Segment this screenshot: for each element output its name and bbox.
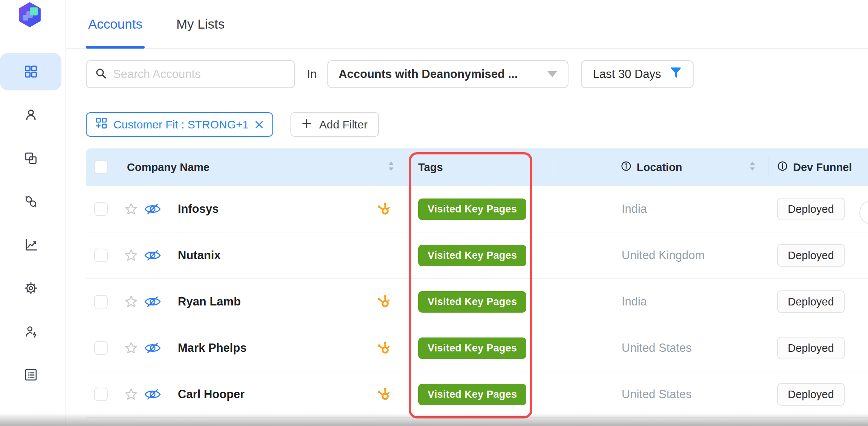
hubspot-icon [376, 294, 392, 310]
dev-funnel-badge: Deployed [777, 244, 845, 267]
header-tags: Tags [405, 148, 554, 186]
hubspot-icon [376, 340, 392, 356]
sidebar [0, 0, 66, 426]
tab-accounts[interactable]: Accounts [86, 0, 145, 48]
location-value: United States [622, 388, 692, 401]
sidebar-item-dashboard[interactable] [0, 53, 61, 90]
company-cell: Nutanix [86, 232, 405, 278]
table-row: Ryan Lamb Visited Key Pages India [86, 279, 868, 325]
eye-off-icon[interactable] [144, 387, 161, 402]
list-box-icon [24, 368, 38, 382]
sidebar-item-user-actions[interactable] [0, 313, 61, 350]
dev-funnel-cell: Deployed [769, 232, 868, 278]
filter-chips-row: Customer Fit : STRONG+1 Add Filter [86, 112, 868, 137]
tags-cell: Visited Key Pages [405, 279, 554, 325]
dev-funnel-badge: Deployed [777, 337, 845, 359]
grid-icon [24, 64, 38, 79]
star-icon[interactable] [124, 341, 138, 355]
row-checkbox[interactable] [94, 295, 108, 308]
row-checkbox[interactable] [94, 341, 108, 355]
company-cell: Ryan Lamb [86, 279, 405, 325]
row-checkbox[interactable] [94, 388, 108, 401]
info-icon[interactable] [777, 161, 788, 174]
line-chart-icon [24, 238, 38, 252]
main-content: Accounts My Lists In Accounts with Deano… [66, 0, 868, 426]
table-body: Infosys Visited Key Pages India [86, 186, 868, 418]
dev-funnel-badge: Deployed [777, 383, 845, 406]
table-row: Infosys Visited Key Pages India [86, 186, 868, 232]
star-icon[interactable] [124, 388, 138, 401]
tags-cell: Visited Key Pages [405, 325, 554, 371]
company-name[interactable]: Infosys [178, 202, 219, 216]
date-filter-button[interactable]: Last 30 Days [581, 60, 694, 88]
eye-off-icon[interactable] [144, 202, 161, 216]
header-location: Location [554, 148, 769, 186]
add-filter-button[interactable]: Add Filter [290, 112, 379, 137]
star-icon[interactable] [124, 202, 138, 216]
chevron-down-icon [547, 71, 557, 77]
header-dev-funnel: Dev Funnel [769, 148, 868, 186]
sidebar-item-analytics[interactable] [0, 226, 61, 264]
location-cell: United States [554, 371, 769, 417]
dev-funnel-cell: Deployed [769, 186, 868, 232]
eye-off-icon[interactable] [144, 341, 161, 355]
company-name[interactable]: Nutanix [178, 249, 221, 262]
sidebar-item-integrations[interactable] [0, 183, 61, 220]
user-icon [24, 108, 38, 122]
gear-icon [24, 281, 38, 295]
plug-icon [24, 194, 38, 209]
dev-funnel-badge: Deployed [777, 198, 845, 220]
tab-my-lists[interactable]: My Lists [174, 0, 227, 48]
dev-funnel-cell: Deployed [769, 279, 868, 325]
header-company: Company Name [86, 148, 405, 186]
row-checkbox[interactable] [94, 202, 108, 216]
info-icon[interactable] [621, 161, 631, 174]
location-value: India [622, 202, 647, 216]
company-name[interactable]: Ryan Lamb [178, 295, 241, 308]
sidebar-item-people[interactable] [0, 96, 61, 134]
funnel-icon [670, 67, 682, 82]
tab-bar: Accounts My Lists [66, 0, 868, 49]
star-icon[interactable] [124, 295, 138, 308]
sidebar-nav [0, 53, 66, 394]
sort-icon[interactable] [749, 160, 756, 174]
row-checkbox[interactable] [94, 249, 108, 262]
filter-chip-customer-fit[interactable]: Customer Fit : STRONG+1 [86, 112, 273, 137]
add-filter-label: Add Filter [319, 118, 367, 131]
header-company-label: Company Name [127, 161, 209, 174]
controls-row: In Accounts with Deanonymised ... Last 3… [86, 60, 868, 88]
tab-my-lists-label: My Lists [176, 17, 225, 32]
overlapping-squares-icon [24, 151, 38, 165]
dev-funnel-cell: Deployed [769, 325, 868, 371]
tag-badge: Visited Key Pages [418, 198, 526, 220]
location-cell: India [554, 186, 769, 232]
grid-plus-icon [95, 117, 108, 132]
header-location-label: Location [637, 161, 682, 174]
location-value: United States [622, 341, 692, 355]
sidebar-item-lists[interactable] [0, 356, 61, 394]
sidebar-item-components[interactable] [0, 139, 61, 177]
eye-off-icon[interactable] [144, 248, 161, 263]
sidebar-item-settings[interactable] [0, 269, 61, 307]
hubspot-icon [376, 201, 392, 217]
tab-accounts-label: Accounts [88, 17, 142, 32]
tag-badge: Visited Key Pages [418, 384, 526, 405]
segment-dropdown[interactable]: Accounts with Deanonymised ... [327, 60, 568, 88]
close-icon[interactable] [254, 120, 264, 130]
search-input[interactable] [113, 67, 286, 81]
location-cell: United Kingdom [554, 232, 769, 278]
location-value: United Kingdom [622, 249, 705, 262]
header-tags-label: Tags [418, 161, 443, 174]
star-icon[interactable] [124, 249, 138, 262]
accounts-table: Company Name Tags Location [86, 148, 868, 418]
search-box[interactable] [86, 60, 295, 88]
user-bolt-icon [24, 324, 38, 339]
company-name[interactable]: Mark Phelps [178, 341, 247, 355]
app-window: Accounts My Lists In Accounts with Deano… [0, 0, 868, 426]
location-value: India [622, 295, 647, 308]
table-row: Nutanix Visited Key Pages United Kingd [86, 232, 868, 279]
select-all-checkbox[interactable] [94, 160, 108, 174]
eye-off-icon[interactable] [144, 295, 161, 309]
sort-icon[interactable] [388, 160, 394, 174]
company-name[interactable]: Carl Hooper [178, 388, 245, 401]
